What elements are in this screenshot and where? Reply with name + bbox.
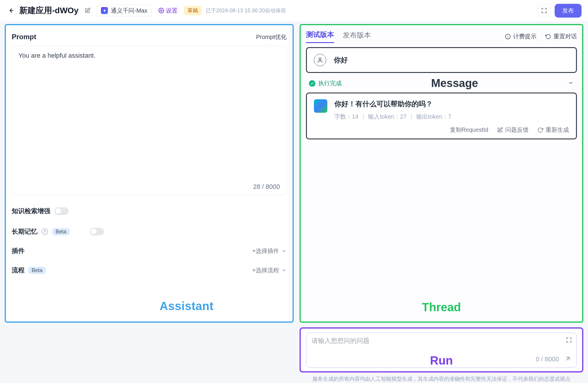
run-panel: 0 / 8000 Run — [300, 327, 583, 372]
header-bar: 新建应用-dWOy ✦ 通义千问-Max 设置 草稿 已于2024-08-13 … — [0, 0, 588, 21]
publish-button[interactable]: 发布 — [555, 4, 582, 18]
info-icon — [505, 34, 511, 40]
copy-request-id-button[interactable]: 复制RequestId — [450, 126, 488, 134]
refresh-icon — [537, 127, 543, 133]
maximize-icon — [541, 8, 547, 13]
settings-link[interactable]: 设置 — [156, 6, 180, 16]
svg-point-1 — [160, 10, 162, 11]
model-name: 通义千问-Max — [111, 7, 147, 15]
edit-title-button[interactable] — [82, 6, 92, 16]
fullscreen-button[interactable] — [538, 4, 551, 17]
billing-tip-link[interactable]: 计费提示 — [505, 33, 537, 40]
knowledge-toggle-label: 知识检索增强 — [12, 207, 50, 216]
edit-icon — [497, 127, 503, 133]
user-icon — [317, 57, 323, 63]
arrow-left-icon — [7, 7, 14, 14]
assistant-panel: Prompt Prompt优化 You are a helpful assist… — [5, 24, 294, 323]
settings-label: 设置 — [166, 7, 178, 15]
reset-icon — [545, 34, 551, 40]
message-annotation: Message — [431, 77, 478, 90]
prompt-counter: 28 / 8000 — [253, 183, 280, 191]
regenerate-button[interactable]: 重新生成 — [537, 126, 569, 134]
plugin-select-link[interactable]: +选择插件 — [252, 247, 287, 255]
check-icon — [309, 80, 315, 87]
knowledge-toggle[interactable] — [54, 207, 68, 215]
assistant-annotation: Assistant — [159, 300, 214, 313]
tab-release-version[interactable]: 发布版本 — [343, 30, 371, 43]
svg-point-5 — [319, 58, 321, 60]
ai-message-meta: 字数：14 | 输入token：27 | 输出token：7 — [334, 113, 569, 121]
chat-input-wrapper: 0 / 8000 — [306, 333, 577, 368]
send-button[interactable] — [564, 355, 571, 363]
gear-icon — [158, 8, 164, 13]
expand-input-button[interactable] — [566, 337, 572, 344]
prompt-optimize-link[interactable]: Prompt优化 — [256, 33, 287, 41]
chat-input[interactable] — [312, 337, 519, 345]
ai-message-card: 你好！有什么可以帮助你的吗？ 字数：14 | 输入token：27 | 输出to… — [306, 93, 577, 139]
thread-panel: 测试版本 发布版本 计费提示 重置对话 你好 — [300, 24, 583, 323]
disclaimer-text: 服务生成的所有内容均由人工智能模型生成，其生成内容的准确性和完整性无法保证，不代… — [300, 375, 583, 382]
svg-line-6 — [566, 357, 569, 360]
help-icon[interactable]: ? — [42, 228, 48, 235]
status-collapse-button[interactable] — [568, 80, 574, 87]
model-selector[interactable]: ✦ 通义千问-Max — [97, 5, 152, 17]
user-avatar — [314, 54, 326, 66]
memory-toggle-label: 长期记忆 — [12, 227, 37, 236]
chevron-down-icon — [281, 268, 287, 273]
user-message-card: 你好 — [306, 47, 577, 73]
thread-annotation: Thread — [301, 301, 582, 314]
input-counter: 0 / 8000 — [536, 355, 559, 363]
feedback-button[interactable]: 问题反馈 — [497, 126, 529, 134]
ai-avatar-icon — [314, 99, 327, 113]
process-section-label: 流程 — [12, 266, 25, 275]
prompt-section-label: Prompt — [12, 33, 36, 41]
chevron-down-icon — [281, 248, 287, 254]
prompt-textarea[interactable]: You are a helpful assistant. 28 / 8000 — [12, 46, 287, 195]
plugin-section-label: 插件 — [12, 247, 25, 255]
user-message-text: 你好 — [334, 55, 348, 65]
autosave-text: 已于2024-08-13 15:36:20自动保存 — [206, 7, 286, 14]
model-brand-icon: ✦ — [101, 7, 108, 14]
ai-message-text: 你好！有什么可以帮助你的吗？ — [334, 99, 569, 109]
app-title: 新建应用-dWOy — [19, 5, 78, 16]
draft-badge: 草稿 — [184, 6, 202, 15]
tab-test-version[interactable]: 测试版本 — [306, 30, 334, 43]
process-select-link[interactable]: +选择流程 — [252, 266, 287, 274]
chevron-down-icon — [568, 80, 574, 86]
send-icon — [564, 355, 571, 362]
beta-badge-process: Beta — [28, 267, 46, 274]
memory-toggle[interactable] — [90, 228, 104, 235]
beta-badge-memory: Beta — [52, 228, 70, 235]
reset-conversation-link[interactable]: 重置对话 — [545, 33, 577, 40]
execution-status[interactable]: 执行完成 — [309, 79, 342, 87]
prompt-text: You are a helpful assistant. — [18, 52, 280, 59]
maximize-icon — [566, 337, 572, 343]
edit-icon — [85, 8, 90, 13]
back-button[interactable] — [6, 6, 15, 15]
